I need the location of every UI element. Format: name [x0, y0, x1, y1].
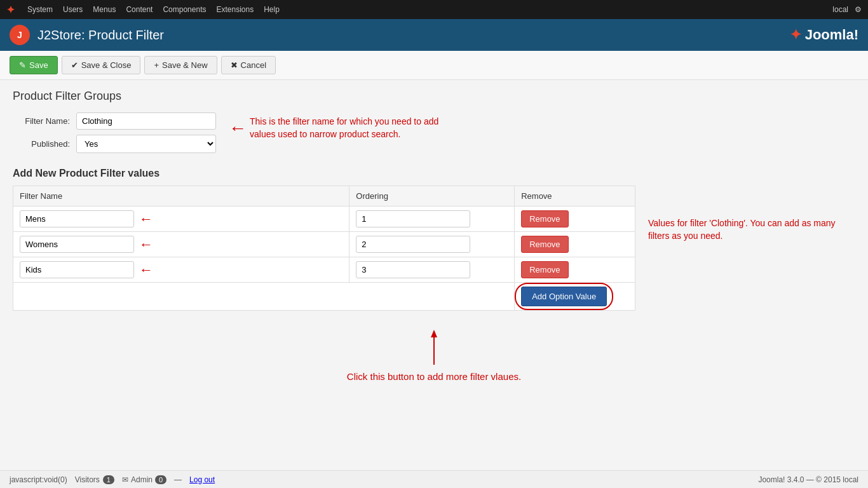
- filter-value-input-2[interactable]: [20, 236, 134, 253]
- filter-value-input-3[interactable]: [20, 261, 134, 278]
- row2-arrow: ←: [139, 236, 153, 253]
- add-option-wrapper: Add Option Value: [521, 287, 607, 306]
- bottom-annotation-text: Click this button to add more filter vla…: [347, 371, 521, 382]
- order-input-1[interactable]: [356, 210, 470, 227]
- nav-content[interactable]: Content: [126, 5, 153, 14]
- published-group: Published: Yes No: [13, 135, 216, 153]
- published-label: Published:: [13, 139, 76, 149]
- col-ordering: Ordering: [349, 186, 515, 207]
- remove-button-3[interactable]: Remove: [521, 261, 568, 278]
- up-arrow-svg: [424, 330, 444, 368]
- table-row: ← Remove: [13, 257, 635, 283]
- remove-button-1[interactable]: Remove: [521, 210, 568, 227]
- check-icon: ✔: [71, 60, 78, 70]
- remove-button-2[interactable]: Remove: [521, 236, 568, 253]
- filter-name-label: Filter Name:: [13, 116, 76, 126]
- row1-arrow: ←: [139, 211, 153, 227]
- local-label: local: [832, 5, 848, 14]
- toolbar: ✎ Save ✔ Save & Close + Save & New ✖ Can…: [0, 51, 868, 80]
- table-section-title: Add New Product Filter values: [13, 168, 855, 179]
- page-title: J2Store: Product Filter: [37, 28, 164, 43]
- add-option-button[interactable]: Add Option Value: [521, 287, 607, 306]
- filter-name-annotation: This is the filter name for which you ne…: [250, 116, 440, 140]
- filter-name-arrow: ←: [229, 118, 247, 139]
- nav-components[interactable]: Components: [163, 5, 206, 14]
- cancel-icon: ✖: [231, 60, 238, 70]
- col-remove: Remove: [515, 186, 635, 207]
- joomla-top-icon: ✦: [6, 4, 15, 16]
- section-title: Product Filter Groups: [13, 90, 855, 103]
- title-area: J J2Store: Product Filter: [10, 25, 164, 45]
- bottom-annotation-area: Click this button to add more filter vla…: [13, 330, 855, 382]
- top-navigation: ✦ System Users Menus Content Components …: [0, 0, 868, 19]
- save-icon: ✎: [19, 60, 26, 70]
- plus-icon: +: [154, 60, 159, 70]
- filter-value-input-1[interactable]: [20, 210, 134, 227]
- svg-marker-1: [431, 330, 437, 337]
- save-new-button[interactable]: + Save & New: [144, 56, 217, 74]
- save-button[interactable]: ✎ Save: [10, 56, 58, 74]
- nav-extensions[interactable]: Extensions: [216, 5, 254, 14]
- joomla-logo: ✦ Joomla!: [790, 27, 858, 43]
- gear-icon[interactable]: ⚙: [855, 5, 862, 14]
- table-row: ← Remove: [13, 232, 635, 257]
- filter-table: Filter Name Ordering Remove ←: [13, 186, 635, 311]
- save-close-button[interactable]: ✔ Save & Close: [62, 56, 141, 74]
- nav-users[interactable]: Users: [63, 5, 83, 14]
- nav-help[interactable]: Help: [264, 5, 280, 14]
- nav-system[interactable]: System: [27, 5, 53, 14]
- col-filter-name: Filter Name: [13, 186, 349, 207]
- add-option-row: Add Option Value: [13, 283, 635, 311]
- content-wrapper: Product Filter Groups Filter Name: Publi…: [0, 80, 868, 470]
- j2store-icon: J: [10, 25, 30, 45]
- order-input-3[interactable]: [356, 261, 470, 278]
- cancel-button[interactable]: ✖ Cancel: [221, 56, 276, 74]
- filter-name-input[interactable]: [76, 112, 216, 130]
- published-select[interactable]: Yes No: [76, 135, 216, 153]
- rows-annotation: Values for filter 'Clothing'. You can ad…: [648, 217, 839, 242]
- nav-menus[interactable]: Menus: [93, 5, 116, 14]
- header-bar: J J2Store: Product Filter ✦ Joomla!: [0, 19, 868, 51]
- order-input-2[interactable]: [356, 236, 470, 253]
- row3-arrow: ←: [139, 262, 153, 278]
- table-row: ← Remove: [13, 207, 635, 232]
- filter-name-group: Filter Name:: [13, 112, 216, 130]
- main-content: Product Filter Groups Filter Name: Publi…: [0, 80, 868, 391]
